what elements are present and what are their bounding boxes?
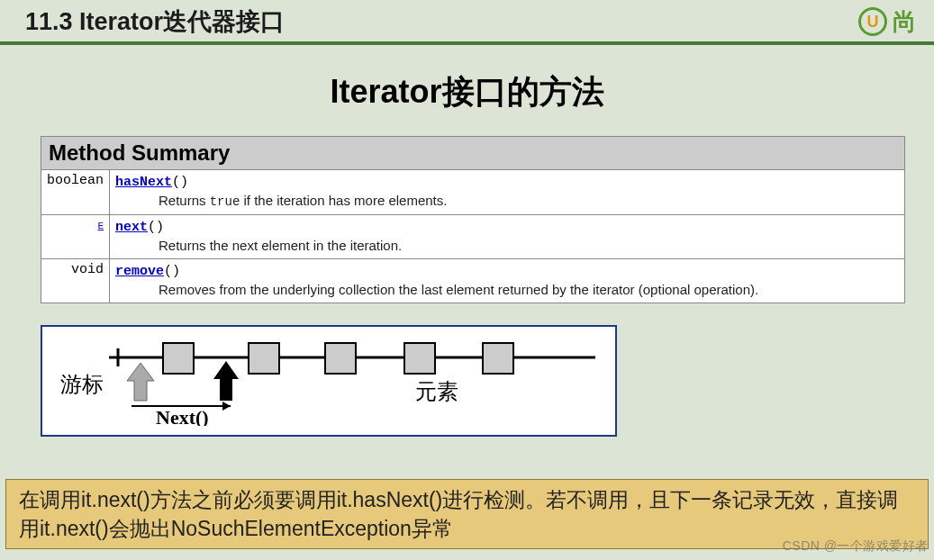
element-label: 元素 xyxy=(415,380,458,403)
header-bar: 11.3 Iterator迭代器接口 U 尚 xyxy=(0,0,934,45)
method-link-next[interactable]: next xyxy=(115,220,148,235)
table-header: Method Summary xyxy=(41,137,905,170)
iterator-diagram: 游标 元素 Next() xyxy=(41,325,617,437)
table-row: void remove() Removes from the underlyin… xyxy=(41,259,905,303)
return-type: E xyxy=(41,215,110,259)
type-link[interactable]: E xyxy=(97,221,104,231)
watermark: CSDN @一个游戏爱好者 xyxy=(783,538,929,555)
diagram-svg: 游标 元素 Next() xyxy=(55,336,604,426)
method-link-hasnext[interactable]: hasNext xyxy=(115,175,172,190)
svg-rect-6 xyxy=(483,343,513,374)
svg-marker-8 xyxy=(213,361,239,401)
brand-logo: U 尚 xyxy=(858,6,916,38)
svg-marker-7 xyxy=(127,363,154,401)
method-summary-table: Method Summary boolean hasNext() Returns… xyxy=(41,136,905,303)
logo-text: 尚 xyxy=(893,6,916,38)
svg-rect-2 xyxy=(163,343,194,374)
return-type: boolean xyxy=(41,170,110,215)
svg-rect-4 xyxy=(325,343,356,374)
table-row: E next() Returns the next element in the… xyxy=(41,215,905,259)
svg-rect-5 xyxy=(404,343,435,374)
svg-rect-3 xyxy=(249,343,279,374)
method-desc: Returns the next element in the iteratio… xyxy=(115,235,899,253)
next-label: Next() xyxy=(156,406,209,426)
method-desc: Returns true if the iteration has more e… xyxy=(115,190,899,209)
cursor-label: 游标 xyxy=(60,373,104,396)
method-link-remove[interactable]: remove xyxy=(115,264,164,279)
table-row: boolean hasNext() Returns true if the it… xyxy=(41,170,905,215)
method-desc: Removes from the underlying collection t… xyxy=(115,279,899,297)
method-cell: remove() Removes from the underlying col… xyxy=(110,259,905,303)
method-cell: hasNext() Returns true if the iteration … xyxy=(110,170,905,215)
return-type: void xyxy=(41,259,110,303)
logo-icon: U xyxy=(858,7,887,36)
section-title: 11.3 Iterator迭代器接口 xyxy=(25,5,285,38)
page-title: Iterator接口的方法 xyxy=(0,70,934,114)
svg-marker-10 xyxy=(222,402,231,411)
method-cell: next() Returns the next element in the i… xyxy=(110,215,905,259)
